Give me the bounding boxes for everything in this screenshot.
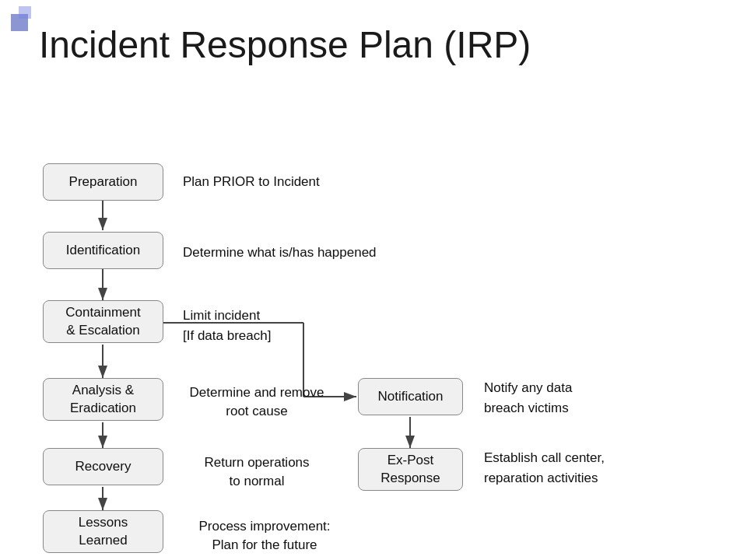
flow-diagram: Preparation Identification Containment& … (0, 93, 747, 544)
desc-identification: Determine what is/has happened (183, 243, 377, 262)
page-title: Incident Response Plan (IRP) (39, 23, 531, 66)
box-lessons: LessonsLearned (43, 510, 163, 553)
box-preparation: Preparation (43, 163, 163, 201)
desc-lessons: Process improvement:Plan for the future (183, 517, 346, 555)
box-identification: Identification (43, 232, 163, 269)
desc-analysis: Determine and removeroot cause (183, 383, 331, 421)
desc-recovery: Return operationsto normal (183, 453, 331, 491)
desc-preparation: Plan PRIOR to Incident (183, 173, 320, 191)
desc-expost: Establish call center,reparation activit… (484, 448, 605, 488)
desc-containment: Limit incident[If data breach] (183, 306, 271, 345)
box-containment: Containment& Escalation (43, 300, 163, 343)
desc-notification: Notify any databreach victims (484, 378, 572, 418)
deco-square-2 (19, 6, 31, 19)
box-expost: Ex-PostResponse (358, 448, 463, 491)
box-notification: Notification (358, 378, 463, 415)
box-recovery: Recovery (43, 448, 163, 485)
box-analysis: Analysis &Eradication (43, 378, 163, 421)
